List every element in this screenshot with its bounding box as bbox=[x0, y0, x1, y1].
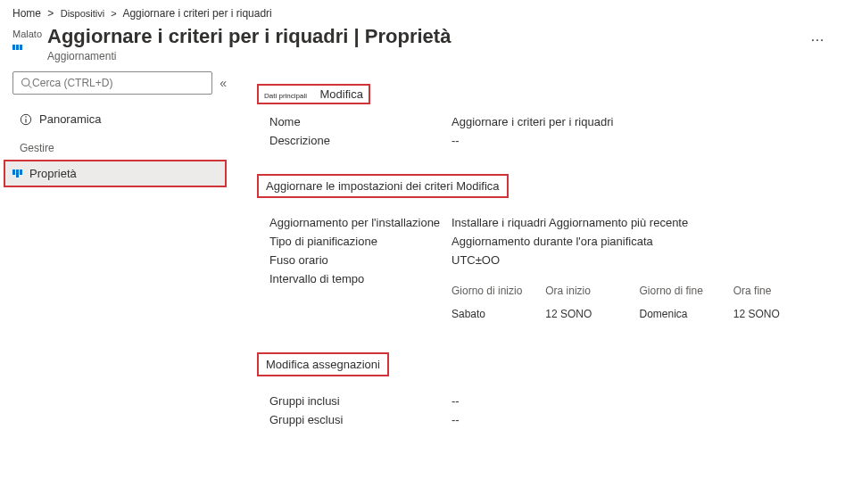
sidebar: « Panoramica Gestire Proprietà bbox=[0, 62, 232, 432]
excluded-groups-value: -- bbox=[451, 413, 460, 426]
sidebar-section-manage: Gestire bbox=[12, 131, 227, 160]
timezone-label: Fuso orario bbox=[257, 253, 451, 267]
breadcrumb-home[interactable]: Home > bbox=[12, 7, 54, 20]
schedule-type-label: Tipo di pianificazione bbox=[257, 235, 451, 248]
col-end-time: Ora fine bbox=[733, 285, 827, 297]
sidebar-item-overview[interactable]: Panoramica bbox=[12, 107, 227, 131]
name-label: Nome bbox=[257, 115, 451, 128]
sidebar-item-properties[interactable]: Proprietà bbox=[5, 161, 225, 186]
info-icon bbox=[20, 113, 32, 126]
breadcrumb: Home > Dispositivi > Aggiornare i criter… bbox=[0, 0, 845, 23]
cell-end-time: 12 SONO bbox=[733, 308, 827, 320]
page-header: Malato Aggiornare i criteri per i riquad… bbox=[0, 23, 845, 62]
schedule-type-value: Aggiornamento durante l'ora pianificata bbox=[451, 235, 653, 248]
assignments-heading[interactable]: Modifica assegnazioni bbox=[266, 358, 380, 371]
excluded-groups-label: Gruppi esclusi bbox=[257, 413, 451, 426]
included-groups-value: -- bbox=[451, 394, 460, 408]
col-end-day: Giorno di fine bbox=[640, 285, 733, 297]
cell-start-time: 12 SONO bbox=[545, 308, 639, 320]
time-window-label: Intervallo di tempo bbox=[257, 272, 451, 285]
page-subtitle: Aggiornamenti bbox=[47, 50, 803, 62]
name-value: Aggiornare i criteri per i riquadri bbox=[451, 115, 613, 128]
page-title: Aggiornare i criteri per i riquadri | Pr… bbox=[47, 25, 803, 48]
search-box[interactable] bbox=[12, 71, 212, 95]
col-start-day: Giorno di inizio bbox=[451, 285, 545, 297]
schedule-table: Giorno di inizio Ora inizio Giorno di fi… bbox=[451, 279, 827, 326]
basics-label: Dati principali bbox=[264, 92, 307, 100]
search-input[interactable] bbox=[32, 77, 204, 89]
properties-icon bbox=[12, 169, 22, 178]
timezone-value: UTC±OO bbox=[451, 253, 500, 267]
col-start-time: Ora inizio bbox=[545, 285, 639, 297]
resource-icon bbox=[12, 45, 22, 50]
sidebar-item-label: Proprietà bbox=[29, 167, 77, 180]
main-content: Dati principali Modifica Nome Aggiornare… bbox=[232, 62, 845, 432]
svg-point-0 bbox=[22, 78, 29, 86]
breadcrumb-devices[interactable]: Dispositivi > bbox=[61, 8, 117, 19]
sidebar-item-label: Panoramica bbox=[39, 112, 101, 126]
more-button[interactable]: … bbox=[803, 25, 833, 48]
table-row: Sabato 12 SONO Domenica 12 SONO bbox=[451, 302, 827, 326]
basics-edit-link[interactable]: Modifica bbox=[319, 87, 362, 101]
svg-point-4 bbox=[25, 116, 27, 118]
cell-start-day: Sabato bbox=[451, 308, 545, 320]
cell-end-day: Domenica bbox=[640, 308, 733, 320]
search-icon bbox=[21, 77, 32, 89]
included-groups-label: Gruppi inclusi bbox=[257, 394, 451, 408]
settings-heading[interactable]: Aggiornare le impostazioni dei criteri M… bbox=[266, 179, 500, 193]
collapse-sidebar-icon[interactable]: « bbox=[220, 76, 227, 90]
install-update-label: Aggiornamento per l'installazione bbox=[257, 216, 451, 229]
description-label: Descrizione bbox=[257, 134, 451, 147]
description-value: -- bbox=[451, 134, 460, 147]
install-update-value: Installare i riquadri Aggiornamento più … bbox=[451, 216, 688, 229]
svg-line-1 bbox=[29, 85, 31, 87]
breadcrumb-current: Aggiornare i criteri per i riquadri bbox=[122, 7, 271, 20]
header-badge: Malato bbox=[12, 29, 42, 39]
